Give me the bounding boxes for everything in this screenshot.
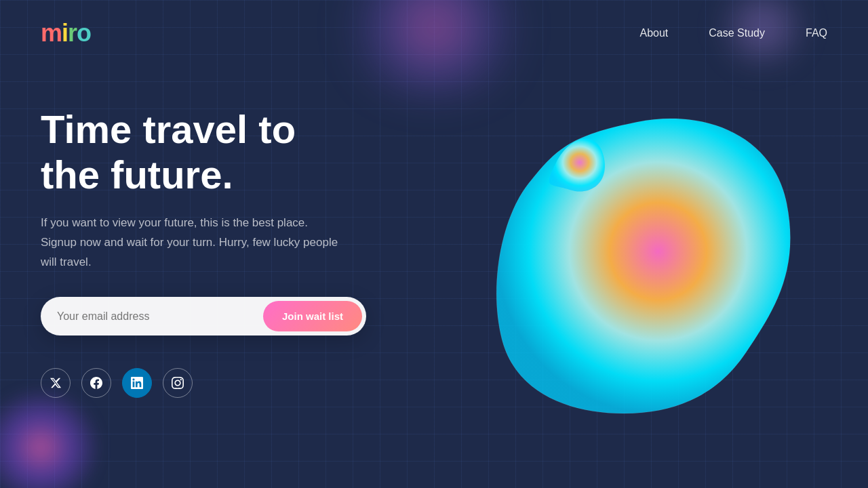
email-form: Join wait list xyxy=(41,297,366,336)
facebook-icon[interactable] xyxy=(81,368,111,398)
header: miro About Case Study FAQ xyxy=(0,0,868,66)
linkedin-icon[interactable] xyxy=(122,368,152,398)
social-icons-row xyxy=(41,368,339,398)
nav-case-study[interactable]: Case Study xyxy=(709,27,765,39)
twitter-icon[interactable] xyxy=(41,368,71,398)
main-nav: About Case Study FAQ xyxy=(639,27,827,39)
logo[interactable]: miro xyxy=(41,19,91,47)
hero-description: If you want to view your future, this is… xyxy=(41,214,339,272)
nav-about[interactable]: About xyxy=(639,27,668,39)
email-input[interactable] xyxy=(57,310,263,323)
logo-letter-i: i xyxy=(62,19,68,47)
hero-section: Time travel to the future. If you want t… xyxy=(0,66,380,398)
logo-letter-r: r xyxy=(68,19,77,47)
logo-letter-m: m xyxy=(41,19,62,47)
instagram-icon[interactable] xyxy=(163,368,193,398)
nav-faq[interactable]: FAQ xyxy=(806,27,827,39)
hero-blob xyxy=(420,81,827,434)
logo-letter-o: o xyxy=(77,19,91,47)
join-waitlist-button[interactable]: Join wait list xyxy=(263,301,362,331)
hero-title: Time travel to the future. xyxy=(41,107,339,197)
